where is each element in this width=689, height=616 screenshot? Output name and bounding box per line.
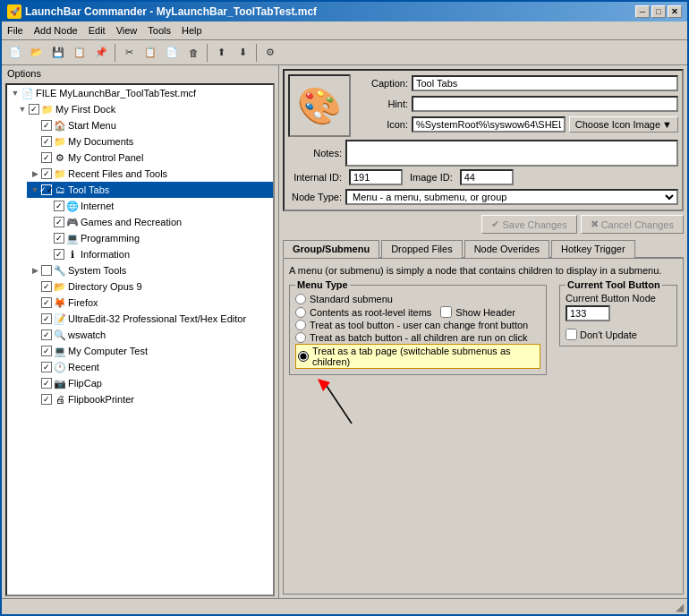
my-documents-expander[interactable] xyxy=(29,135,41,148)
recent-expander[interactable] xyxy=(29,361,41,373)
icon-input[interactable] xyxy=(412,116,566,133)
current-btn-node-input[interactable] xyxy=(566,305,610,321)
tree-area[interactable]: ▼ 📄 FILE MyLaunchBar_ToolTabTest.mcf ▼ 📁… xyxy=(5,83,275,596)
wswatch-checkbox[interactable] xyxy=(41,329,52,340)
tree-item-wswatch[interactable]: 🔍 wswatch xyxy=(27,327,273,343)
save-button[interactable]: 💾 xyxy=(48,43,68,63)
recent-checkbox[interactable] xyxy=(41,362,52,372)
settings-button[interactable]: ⚙ xyxy=(260,43,280,63)
tree-item-programming[interactable]: 💻 Programming xyxy=(39,230,273,246)
radio-tab-page-input[interactable] xyxy=(298,351,309,362)
node-type-select[interactable]: Menu - a menu, submenu, or group Program… xyxy=(345,189,678,205)
tab-dropped-files[interactable]: Dropped Files xyxy=(381,240,462,258)
notes-input[interactable] xyxy=(345,140,678,167)
tab-group-submenu[interactable]: Group/Submenu xyxy=(283,240,379,258)
start-menu-checkbox[interactable] xyxy=(41,120,52,131)
recent-files-expander[interactable]: ▶ xyxy=(29,167,41,180)
tab-hotkey-trigger[interactable]: Hotkey Trigger xyxy=(551,240,635,258)
tree-item-start-menu[interactable]: 🏠 Start Menu xyxy=(27,117,273,133)
programming-expander[interactable] xyxy=(41,232,54,244)
down-button[interactable]: ⬇ xyxy=(233,43,252,63)
tree-item-firefox[interactable]: 🦊 Firefox xyxy=(27,295,273,311)
root-expander[interactable]: ▼ xyxy=(9,87,21,99)
radio-standard-input[interactable] xyxy=(295,294,306,304)
tree-item-flipcap[interactable]: 📷 FlipCap xyxy=(27,375,273,391)
dont-update-checkbox[interactable] xyxy=(566,329,577,340)
radio-tool-button-input[interactable] xyxy=(295,320,306,330)
internet-expander[interactable] xyxy=(41,200,54,212)
directory-opus-expander[interactable] xyxy=(29,280,41,293)
firefox-expander[interactable] xyxy=(29,296,41,309)
tree-item-recent-files[interactable]: ▶ 📁 Recent Files and Tools xyxy=(27,166,273,182)
games-checkbox[interactable] xyxy=(54,217,64,227)
copy-button[interactable]: 📋 xyxy=(140,43,160,63)
tab-node-overides[interactable]: Node Overides xyxy=(464,240,549,258)
first-dock-expander[interactable]: ▼ xyxy=(16,103,29,116)
tool-tabs-checkbox[interactable]: ✓ xyxy=(41,184,52,195)
menu-file[interactable]: File xyxy=(2,23,29,38)
information-expander[interactable] xyxy=(41,248,54,261)
recent-files-checkbox[interactable] xyxy=(41,168,52,179)
menu-edit[interactable]: Edit xyxy=(83,23,111,38)
delete-button[interactable]: 🗑 xyxy=(183,43,203,63)
choose-icon-dropdown-icon[interactable]: ▼ xyxy=(662,119,672,130)
cancel-changes-button[interactable]: ✖ Cancel Changes xyxy=(581,215,684,234)
firefox-checkbox[interactable] xyxy=(41,297,52,308)
tree-item-my-documents[interactable]: 📁 My Documents xyxy=(27,133,273,150)
up-button[interactable]: ⬆ xyxy=(211,43,231,63)
menu-tools[interactable]: Tools xyxy=(142,23,176,38)
tree-item-system-tools[interactable]: ▶ 🔧 System Tools xyxy=(27,262,273,278)
menu-help[interactable]: Help xyxy=(176,23,208,38)
internet-checkbox[interactable] xyxy=(54,201,64,211)
games-expander[interactable] xyxy=(41,216,54,228)
tree-item-ultraedit[interactable]: 📝 UltraEdit-32 Professional Text/Hex Edi… xyxy=(27,311,273,327)
close-button[interactable]: ✕ xyxy=(668,5,682,18)
tree-item-internet[interactable]: 🌐 Internet xyxy=(39,198,273,214)
choose-icon-button[interactable]: Choose Icon Image ▼ xyxy=(569,116,678,133)
tree-item-first-dock[interactable]: ▼ 📁 My First Dock xyxy=(14,101,273,117)
menu-add-node[interactable]: Add Node xyxy=(29,23,83,38)
start-menu-expander[interactable] xyxy=(29,119,41,132)
internal-id-input[interactable] xyxy=(349,169,403,185)
flipbook-printer-checkbox[interactable] xyxy=(41,394,52,405)
system-tools-expander[interactable]: ▶ xyxy=(29,264,41,277)
paste-file-button[interactable]: 📌 xyxy=(91,43,111,63)
image-id-input[interactable] xyxy=(460,169,514,185)
save-changes-button[interactable]: ✔ Save Changes xyxy=(481,215,576,234)
wswatch-expander[interactable] xyxy=(29,329,41,341)
tree-item-directory-opus[interactable]: 📂 Directory Opus 9 xyxy=(27,278,273,295)
radio-root-level-input[interactable] xyxy=(295,307,306,318)
my-documents-checkbox[interactable] xyxy=(41,136,52,147)
flipcap-checkbox[interactable] xyxy=(41,378,52,389)
copy-file-button[interactable]: 📋 xyxy=(70,43,89,63)
open-button[interactable]: 📂 xyxy=(27,43,47,63)
tree-item-tool-tabs[interactable]: ▼ ✓ 🗂 Tool Tabs xyxy=(27,182,273,198)
radio-batch-button-input[interactable] xyxy=(295,332,306,343)
control-panel-checkbox[interactable] xyxy=(41,152,52,163)
flipcap-expander[interactable] xyxy=(29,377,41,389)
menu-view[interactable]: View xyxy=(111,23,143,38)
programming-checkbox[interactable] xyxy=(54,233,64,244)
tree-item-flipbook-printer[interactable]: 🖨 FlipbookPrinter xyxy=(27,391,273,407)
resize-grip[interactable]: ◢ xyxy=(676,601,684,613)
show-header-checkbox[interactable] xyxy=(440,306,452,318)
tree-item-my-computer-test[interactable]: 💻 My Computer Test xyxy=(27,343,273,359)
tree-item-games[interactable]: 🎮 Games and Recreation xyxy=(39,214,273,230)
tree-item-recent[interactable]: 🕐 Recent xyxy=(27,359,273,375)
paste-button[interactable]: 📄 xyxy=(162,43,182,63)
my-computer-test-expander[interactable] xyxy=(29,345,41,357)
ultraedit-expander[interactable] xyxy=(29,312,41,325)
my-computer-test-checkbox[interactable] xyxy=(41,346,52,356)
control-panel-expander[interactable] xyxy=(29,151,41,164)
tree-root[interactable]: ▼ 📄 FILE MyLaunchBar_ToolTabTest.mcf xyxy=(7,85,273,101)
caption-input[interactable] xyxy=(412,75,678,91)
hint-input[interactable] xyxy=(412,96,678,112)
tree-item-information[interactable]: ℹ Information xyxy=(39,246,273,262)
new-button[interactable]: 📄 xyxy=(5,43,25,63)
ultraedit-checkbox[interactable] xyxy=(41,313,52,324)
information-checkbox[interactable] xyxy=(54,249,64,260)
minimize-button[interactable]: ─ xyxy=(635,5,650,18)
maximize-button[interactable]: □ xyxy=(651,5,666,18)
flipbook-printer-expander[interactable] xyxy=(29,393,41,406)
tree-item-control-panel[interactable]: ⚙ My Control Panel xyxy=(27,150,273,166)
